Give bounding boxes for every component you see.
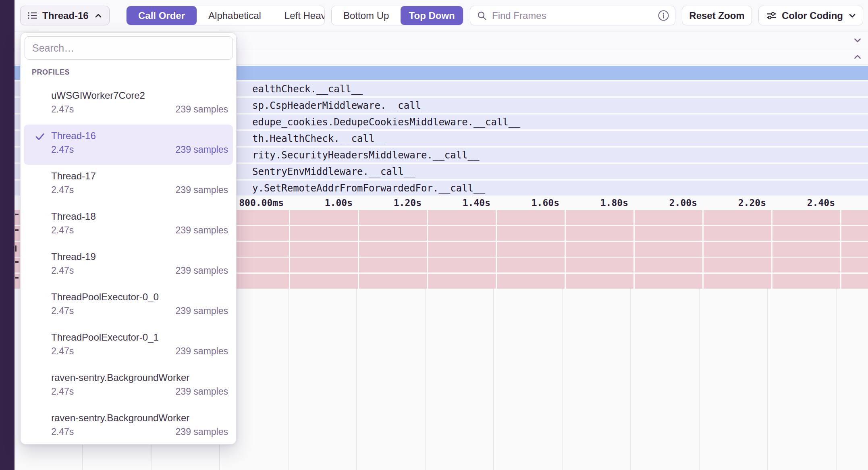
frame-function-name: edupe_cookies.DedupeCookiesMiddleware.__…	[252, 116, 520, 128]
find-frames-input[interactable]	[492, 10, 653, 21]
frame-text-fragment	[15, 261, 19, 263]
checkmark-icon	[34, 131, 46, 142]
profile-option[interactable]: uWSGIWorker7Core2 2.47s 239 samples	[24, 84, 233, 125]
sort-segmented-control: Call Order Alphabetical Left Heavy	[126, 6, 325, 25]
profile-samples: 239 samples	[176, 305, 228, 317]
axis-tick: 1.60s	[499, 198, 559, 208]
frame-function-name: rity.SecurityHeadersMiddleware.__call__	[252, 150, 480, 161]
sliders-icon	[766, 11, 777, 21]
profile-option[interactable]: Thread-17 2.47s 239 samples	[24, 165, 233, 205]
profile-option[interactable]: Thread-19 2.47s 239 samples	[24, 245, 233, 286]
thread-selector-button[interactable]: Thread-16	[20, 6, 110, 25]
app-sidebar-strip	[0, 0, 15, 470]
frame-text-fragment	[15, 245, 17, 252]
profile-duration: 2.47s	[51, 184, 74, 196]
axis-tick: 2.40s	[775, 198, 835, 208]
profile-name: Thread-16	[51, 129, 228, 142]
color-coding-button[interactable]: Color Coding	[758, 6, 863, 25]
profile-duration: 2.47s	[51, 345, 74, 357]
profiles-list: uWSGIWorker7Core2 2.47s 239 samples Thre…	[21, 84, 236, 445]
direction-segmented-control: Bottom Up Top Down	[331, 6, 463, 25]
profile-option[interactable]: ThreadPoolExecutor-0_1 2.47s 239 samples	[24, 326, 233, 366]
profiler-flamegraph-page: Thread-16 Call Order Alphabetical Left H…	[0, 0, 868, 470]
profile-name: Thread-19	[51, 250, 228, 263]
profile-samples: 239 samples	[176, 426, 228, 438]
segment-alphabetical[interactable]: Alphabetical	[197, 6, 273, 25]
search-icon	[477, 10, 487, 21]
segment-call-order[interactable]: Call Order	[127, 6, 197, 25]
profile-duration: 2.47s	[51, 224, 74, 236]
profile-samples: 239 samples	[176, 103, 228, 115]
profile-name: ThreadPoolExecutor-0_1	[51, 331, 228, 344]
segment-bottom-up[interactable]: Bottom Up	[332, 6, 401, 25]
profile-option[interactable]: raven-sentry.BackgroundWorker 2.47s 239 …	[24, 366, 233, 407]
profile-duration: 2.47s	[51, 305, 74, 317]
axis-tick: 2.00s	[637, 198, 697, 208]
segment-top-down[interactable]: Top Down	[401, 6, 463, 25]
profile-samples: 239 samples	[176, 264, 228, 277]
profile-duration: 2.47s	[51, 143, 74, 156]
profile-samples: 239 samples	[176, 224, 228, 236]
frame-function-name: sp.CspHeaderMiddleware.__call__	[252, 100, 433, 111]
frame-function-name: y.SetRemoteAddrFromForwardedFor.__call__	[252, 183, 485, 194]
profile-option[interactable]: ThreadPoolExecutor-0_0 2.47s 239 samples	[24, 286, 233, 326]
profile-duration: 2.47s	[51, 264, 74, 277]
profile-option[interactable]: Thread-18 2.47s 239 samples	[24, 205, 233, 245]
profile-name: Thread-17	[51, 170, 228, 183]
axis-tick: 1.40s	[430, 198, 490, 208]
dropdown-search-input[interactable]	[32, 42, 225, 54]
find-frames-search[interactable]	[470, 6, 675, 25]
axis-tick: 2.20s	[706, 198, 766, 208]
profile-samples: 239 samples	[176, 143, 228, 156]
chevron-down-icon	[848, 11, 857, 20]
section-collapse-chevron-up-icon[interactable]	[852, 52, 863, 62]
frame-function-name: SentryEnvMiddleware.__call__	[252, 166, 415, 177]
list-icon	[27, 10, 38, 21]
profile-duration: 2.47s	[51, 103, 74, 115]
profile-name: Thread-18	[51, 210, 228, 223]
dropdown-section-label: PROFILES	[32, 68, 70, 77]
frame-text-fragment	[15, 214, 19, 215]
color-coding-label: Color Coding	[782, 10, 843, 21]
thread-selector-dropdown: PROFILES uWSGIWorker7Core2 2.47s 239 sam…	[20, 32, 237, 445]
frame-function-name: th.HealthCheck.__call__	[252, 133, 386, 144]
profile-duration: 2.47s	[51, 426, 74, 438]
profile-option[interactable]: raven-sentry.BackgroundWorker 2.47s 239 …	[24, 407, 233, 445]
profile-name: ThreadPoolExecutor-0_0	[51, 291, 228, 304]
profile-duration: 2.47s	[51, 385, 74, 397]
frame-function-name: ealthCheck.__call__	[252, 83, 363, 95]
axis-tick: 1.80s	[568, 198, 628, 208]
profile-samples: 239 samples	[176, 385, 228, 397]
section-expand-chevron-down-icon[interactable]	[852, 35, 863, 46]
frame-text-fragment	[15, 277, 19, 279]
frame-text-fragment	[15, 229, 19, 231]
segment-left-heavy[interactable]: Left Heavy	[273, 6, 325, 25]
profile-samples: 239 samples	[176, 184, 228, 196]
profile-name: uWSGIWorker7Core2	[51, 89, 228, 102]
axis-tick: 1.00s	[292, 198, 353, 208]
dropdown-search[interactable]	[25, 36, 233, 60]
flamegraph-toolbar: Thread-16 Call Order Alphabetical Left H…	[15, 0, 868, 31]
info-icon[interactable]	[658, 10, 669, 21]
reset-zoom-label: Reset Zoom	[689, 10, 744, 21]
profile-name: raven-sentry.BackgroundWorker	[51, 412, 228, 424]
profile-option-selected[interactable]: Thread-16 2.47s 239 samples	[24, 125, 233, 165]
reset-zoom-button[interactable]: Reset Zoom	[682, 6, 752, 25]
profile-samples: 239 samples	[176, 345, 228, 357]
thread-selector-label: Thread-16	[42, 10, 89, 21]
axis-tick: 1.20s	[361, 198, 422, 208]
profile-name: raven-sentry.BackgroundWorker	[51, 371, 228, 384]
chevron-up-icon	[94, 11, 103, 20]
